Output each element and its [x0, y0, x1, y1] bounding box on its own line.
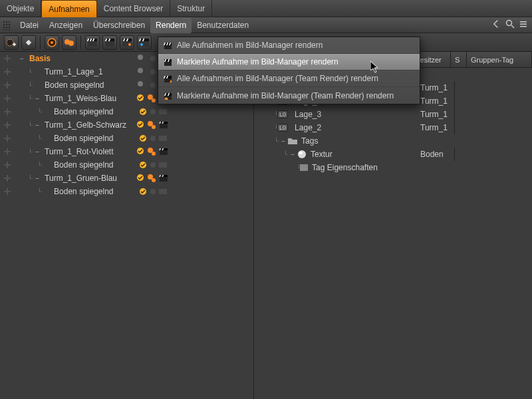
svg-rect-99	[159, 189, 167, 194]
take-row[interactable]: └Boden spiegelnd	[0, 132, 253, 145]
status-dot	[138, 81, 143, 86]
expand-toggle[interactable]: −	[17, 55, 27, 63]
menu-icon[interactable]	[519, 19, 528, 29]
tool-record-add[interactable]	[4, 35, 19, 50]
svg-point-89	[148, 174, 153, 180]
override-label: Tags	[301, 136, 415, 146]
search-icon[interactable]	[505, 19, 515, 29]
menu-bar: Datei Anzeigen Überschreiben Rendern Ben…	[0, 17, 532, 33]
dd-label: Alle Aufnahmen im Bild-Manager rendern	[177, 41, 323, 50]
crosshair-icon	[4, 148, 11, 155]
svg-rect-63	[160, 124, 168, 128]
svg-point-90	[152, 178, 156, 182]
svg-point-98	[150, 189, 156, 194]
tool-clapper-3[interactable]	[120, 35, 134, 50]
take-row[interactable]: └−Turm_1_Gelb-Schwarz	[0, 118, 253, 132]
menu-datei[interactable]: Datei	[15, 17, 44, 33]
crosshair-icon	[4, 55, 11, 62]
chevron-left-icon[interactable]	[492, 19, 501, 29]
check-icon	[136, 147, 144, 155]
svg-point-84	[150, 162, 156, 168]
take-row[interactable]: └−Turm_1_Gruen-Blau	[0, 172, 253, 185]
menu-render-marked-team[interactable]: Markierte Aufnahme im Bild-Manager (Team…	[158, 87, 420, 104]
menu-render-marked[interactable]: Markierte Aufnahme im Bild-Manager rende…	[158, 54, 420, 70]
expand-toggle[interactable]: −	[33, 122, 42, 129]
tool-clapper-4[interactable]	[137, 35, 152, 50]
override-row[interactable]: └Tag Eigenschaften	[254, 161, 532, 174]
override-row[interactable]: └L0Lage_2Turm_1	[254, 121, 532, 134]
svg-rect-14	[88, 39, 97, 41]
svg-rect-103	[164, 45, 172, 49]
expand-toggle[interactable]: −	[33, 95, 42, 102]
expand-toggle[interactable]: −	[33, 175, 42, 182]
check-icon	[139, 108, 147, 116]
svg-point-56	[150, 109, 156, 114]
svg-point-100	[298, 150, 306, 158]
render-menu-dropdown: Alle Aufnahmen im Bild-Manager rendern M…	[158, 37, 420, 104]
menu-render-all-team[interactable]: Alle Aufnahmen im Bild-Manager (Team Ren…	[158, 70, 420, 87]
owner-cell: Turm_1	[415, 81, 455, 94]
svg-rect-73	[4, 151, 11, 152]
svg-point-47	[148, 94, 153, 100]
menu-benutzerdaten[interactable]: Benutzerdaten	[192, 17, 254, 33]
check-icon	[136, 174, 144, 182]
override-label: Tag Eigenschaften	[312, 163, 415, 172]
svg-rect-45	[4, 98, 11, 99]
take-row[interactable]: └−Turm_1_Rot-Violett	[0, 145, 253, 158]
take-row[interactable]: └Boden spiegelnd	[0, 105, 253, 118]
menu-anzeigen[interactable]: Anzeigen	[44, 17, 88, 33]
crosshair-icon	[4, 135, 11, 142]
take-row[interactable]: └Boden spiegelnd	[0, 158, 253, 172]
owner-cell: Turm_1	[415, 108, 455, 121]
expand-toggle[interactable]: −	[33, 148, 42, 156]
tab-objekte[interactable]: Objekte	[0, 0, 41, 17]
svg-rect-7	[14, 43, 15, 46]
tab-aufnahmen[interactable]: Aufnahmen	[41, 0, 96, 17]
svg-rect-82	[4, 164, 11, 166]
tool-target[interactable]	[45, 35, 59, 50]
clapper-icon	[164, 41, 172, 49]
col-gruppen-tag[interactable]: Gruppen-Tag	[467, 52, 532, 67]
tab-content-browser[interactable]: Content Browser	[97, 0, 170, 17]
expand-toggle[interactable]: −	[288, 151, 297, 158]
gear-icon	[147, 120, 156, 130]
dd-label: Markierte Aufnahme im Bild-Manager rende…	[177, 57, 338, 66]
svg-point-12	[68, 41, 74, 46]
check-icon	[136, 120, 144, 128]
svg-rect-13	[88, 41, 97, 47]
svg-rect-91	[160, 177, 168, 182]
clapper-icon	[164, 92, 172, 100]
crosshair-icon	[4, 175, 11, 182]
menu-rendern[interactable]: Rendern	[150, 17, 192, 33]
take-row[interactable]: └Boden spiegelnd	[0, 185, 253, 198]
expand-toggle[interactable]: −	[279, 138, 288, 145]
dim-icons	[150, 108, 168, 116]
owner-cell: Turm_1	[415, 121, 455, 134]
crosshair-icon	[4, 122, 11, 128]
col-s[interactable]: S	[451, 52, 467, 67]
tool-diamond[interactable]	[21, 35, 36, 50]
override-label: Lage_3	[295, 110, 415, 119]
layer-badge: L0	[277, 124, 288, 132]
tab-struktur[interactable]: Struktur	[170, 0, 212, 17]
override-label: Textur	[311, 150, 415, 159]
override-row[interactable]: └−Tags	[254, 134, 532, 148]
crosshair-icon	[4, 108, 11, 115]
menu-ueberschreiben[interactable]: Überschreiben	[88, 17, 150, 33]
svg-point-38	[150, 69, 156, 74]
override-row[interactable]: └−TexturBoden	[254, 148, 532, 161]
top-tabs: Objekte Aufnahmen Content Browser Strukt…	[0, 0, 532, 17]
clapper-icon	[164, 74, 172, 82]
tool-clapper-1[interactable]	[85, 35, 100, 50]
svg-point-42	[150, 82, 156, 88]
override-row[interactable]: └L0Lage_3Turm_1	[254, 108, 532, 121]
dim-icons	[150, 161, 168, 169]
tool-clapper-2[interactable]	[102, 35, 117, 50]
dd-label: Alle Aufnahmen im Bild-Manager (Team Ren…	[177, 74, 378, 83]
svg-point-5	[7, 39, 13, 46]
svg-point-0	[507, 21, 512, 26]
svg-point-34	[150, 56, 156, 61]
svg-point-31	[140, 43, 143, 46]
tool-blobs[interactable]	[62, 35, 76, 50]
menu-render-all[interactable]: Alle Aufnahmen im Bild-Manager rendern	[158, 37, 420, 54]
